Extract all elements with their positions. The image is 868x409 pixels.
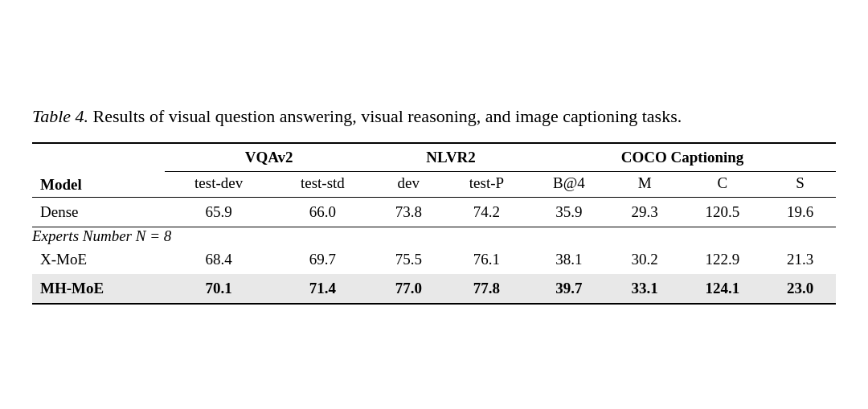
results-table: Model VQAv2 NLVR2 COCO Captioning test-d… xyxy=(32,142,836,305)
mhmoe-coco-b4: 39.7 xyxy=(529,274,609,304)
coco-s-header: S xyxy=(764,171,836,197)
dense-vqav2-test-std: 66.0 xyxy=(272,197,373,227)
xmoe-coco-m: 30.2 xyxy=(609,245,681,274)
mhmoe-vqav2-test-dev: 70.1 xyxy=(165,274,272,304)
table-caption: Table 4. Results of visual question answ… xyxy=(32,104,836,129)
dense-coco-s: 19.6 xyxy=(764,197,836,227)
coco-m-header: M xyxy=(609,171,681,197)
xmoe-nlvr2-dev: 75.5 xyxy=(373,245,444,274)
dense-nlvr2-test-p: 74.2 xyxy=(444,197,530,227)
mhmoe-coco-c: 124.1 xyxy=(680,274,764,304)
vqav2-test-dev-header: test-dev xyxy=(165,171,272,197)
dense-row: Dense 65.9 66.0 73.8 74.2 35.9 29.3 120.… xyxy=(32,197,836,227)
xmoe-nlvr2-test-p: 76.1 xyxy=(444,245,530,274)
mhmoe-coco-m: 33.1 xyxy=(609,274,681,304)
mhmoe-nlvr2-test-p: 77.8 xyxy=(444,274,530,304)
coco-c-header: C xyxy=(680,171,764,197)
xmoe-vqav2-test-dev: 68.4 xyxy=(165,245,272,274)
dense-vqav2-test-dev: 65.9 xyxy=(165,197,272,227)
caption-label: Table 4. xyxy=(32,106,88,126)
experts-label: Experts Number N = 8 xyxy=(32,227,836,245)
vqav2-test-std-header: test-std xyxy=(272,171,373,197)
mhmoe-nlvr2-dev: 77.0 xyxy=(373,274,444,304)
xmoe-vqav2-test-std: 69.7 xyxy=(272,245,373,274)
dense-coco-b4: 35.9 xyxy=(529,197,609,227)
mhmoe-vqav2-test-std: 71.4 xyxy=(272,274,373,304)
nlvr2-group-header: NLVR2 xyxy=(373,143,529,172)
coco-b4-header: B@4 xyxy=(529,171,609,197)
experts-header-row: Experts Number N = 8 xyxy=(32,227,836,245)
xmoe-coco-s: 21.3 xyxy=(764,245,836,274)
dense-coco-c: 120.5 xyxy=(680,197,764,227)
xmoe-coco-c: 122.9 xyxy=(680,245,764,274)
xmoe-row: X-MoE 68.4 69.7 75.5 76.1 38.1 30.2 122.… xyxy=(32,245,836,274)
mhmoe-row: MH-MoE 70.1 71.4 77.0 77.8 39.7 33.1 124… xyxy=(32,274,836,304)
vqav2-group-header: VQAv2 xyxy=(165,143,373,172)
group-header-row: Model VQAv2 NLVR2 COCO Captioning xyxy=(32,143,836,172)
mhmoe-coco-s: 23.0 xyxy=(764,274,836,304)
coco-group-header: COCO Captioning xyxy=(529,143,836,172)
paper-container: Table 4. Results of visual question answ… xyxy=(32,104,836,305)
xmoe-coco-b4: 38.1 xyxy=(529,245,609,274)
nlvr2-test-p-header: test-P xyxy=(444,171,530,197)
nlvr2-dev-header: dev xyxy=(373,171,444,197)
dense-coco-m: 29.3 xyxy=(609,197,681,227)
xmoe-model-name: X-MoE xyxy=(32,245,165,274)
dense-nlvr2-dev: 73.8 xyxy=(373,197,444,227)
mhmoe-model-name: MH-MoE xyxy=(32,274,165,304)
dense-model-name: Dense xyxy=(32,197,165,227)
caption-text: Results of visual question answering, vi… xyxy=(93,106,682,126)
model-column-header: Model xyxy=(32,143,165,198)
